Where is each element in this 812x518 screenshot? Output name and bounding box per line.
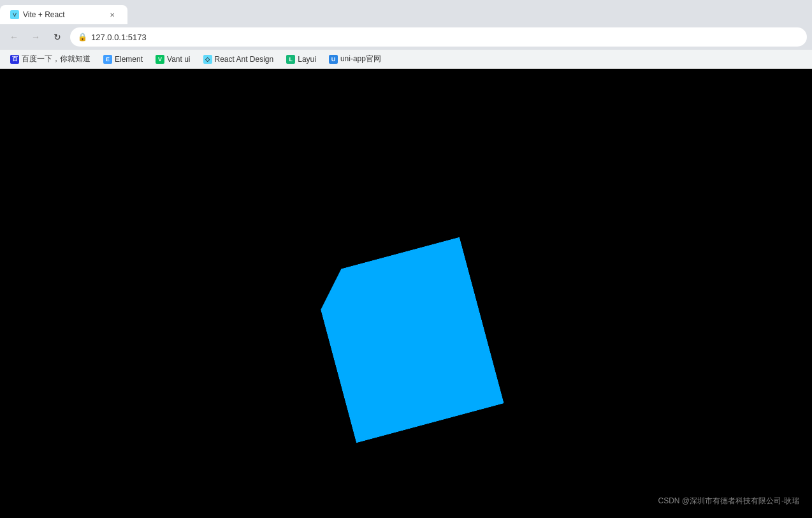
bookmark-layui-label: Layui — [298, 55, 316, 64]
tab-bar: V Vite + React ✕ — [0, 0, 812, 24]
bookmark-vant[interactable]: V Vant ui — [150, 53, 195, 66]
bookmark-layui[interactable]: L Layui — [281, 53, 321, 66]
bookmark-vant-label: Vant ui — [167, 55, 190, 64]
back-icon: ← — [10, 32, 18, 42]
browser-chrome: V Vite + React ✕ ← → ↻ 🔒 127.0.0.1:5173 … — [0, 0, 812, 69]
tab-title: Vite + React — [23, 10, 103, 19]
bookmark-element-label: Element — [115, 55, 143, 64]
lock-icon: 🔒 — [78, 33, 87, 41]
back-button[interactable]: ← — [5, 28, 23, 46]
bookmark-element-favicon: E — [103, 55, 112, 64]
reload-button[interactable]: ↻ — [48, 28, 66, 46]
tab-close-button[interactable]: ✕ — [107, 10, 117, 20]
url-text: 127.0.0.1:5173 — [91, 33, 147, 42]
bookmark-element[interactable]: E Element — [98, 53, 148, 66]
bookmark-uni-app-label: uni-app官网 — [340, 54, 381, 64]
active-tab[interactable]: V Vite + React ✕ — [0, 5, 127, 24]
bookmark-react-ant[interactable]: ◇ React Ant Design — [198, 53, 279, 66]
bookmark-react-ant-label: React Ant Design — [215, 55, 274, 64]
bookmark-baidu[interactable]: 百 百度一下，你就知道 — [5, 52, 96, 66]
address-bar[interactable]: 🔒 127.0.0.1:5173 — [70, 27, 807, 47]
bookmarks-bar: 百 百度一下，你就知道 E Element V Vant ui ◇ React … — [0, 50, 812, 69]
blue-rotated-shape — [312, 237, 504, 443]
reload-icon: ↻ — [54, 32, 61, 42]
address-bar-row: ← → ↻ 🔒 127.0.0.1:5173 — [0, 24, 812, 50]
watermark-text: CSDN @深圳市有德者科技有限公司-耿瑞 — [658, 496, 799, 507]
forward-button[interactable]: → — [27, 28, 45, 46]
bookmark-baidu-favicon: 百 — [10, 55, 19, 64]
bookmark-uni-app-favicon: U — [329, 55, 338, 64]
bookmark-react-ant-favicon: ◇ — [203, 55, 212, 64]
bookmark-layui-favicon: L — [286, 55, 295, 64]
browser-content: CSDN @深圳市有德者科技有限公司-耿瑞 — [0, 69, 812, 518]
bookmark-vant-favicon: V — [156, 55, 164, 64]
tab-favicon: V — [10, 10, 19, 19]
forward-icon: → — [31, 32, 40, 42]
bookmark-baidu-label: 百度一下，你就知道 — [22, 54, 91, 64]
bookmark-uni-app[interactable]: U uni-app官网 — [324, 52, 386, 66]
